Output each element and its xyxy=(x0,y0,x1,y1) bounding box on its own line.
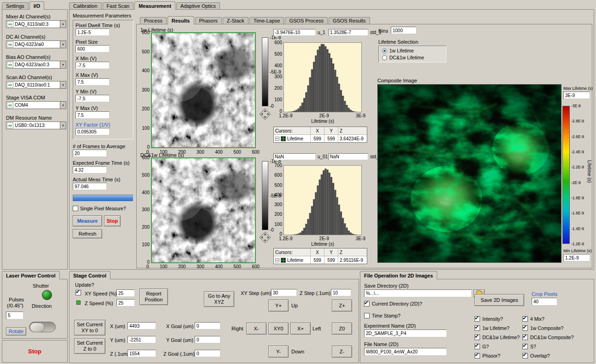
std1-value-box[interactable]: 1.3528E-7 xyxy=(329,29,368,36)
tree-expander-icon[interactable] xyxy=(275,258,279,262)
max-lifetime-input[interactable]: 3E-9 xyxy=(563,92,590,99)
save-option-checkbox[interactable] xyxy=(522,344,528,349)
tab-fast-scan[interactable]: Fast Scan xyxy=(103,2,134,9)
dropdown-arrow-icon[interactable]: ▼ xyxy=(60,81,66,88)
x-goal-input[interactable]: 0 xyxy=(195,322,220,329)
z-goal-input[interactable]: 0 xyxy=(195,350,220,357)
parameter-input[interactable]: 20 xyxy=(73,150,107,157)
pulses-input[interactable]: 5 xyxy=(6,312,23,319)
parameter-input[interactable]: 0.095305 xyxy=(75,128,110,135)
tab-io[interactable]: I/O xyxy=(29,1,45,10)
single-pixel-checkbox[interactable] xyxy=(73,206,78,211)
jog-z-plus-button[interactable]: Z+ xyxy=(332,300,352,312)
rotate-button[interactable]: Rotate xyxy=(6,327,26,335)
dropdown-arrow-icon[interactable]: ▼ xyxy=(60,21,66,28)
lifetime-image-dc1w[interactable] xyxy=(151,157,256,263)
jog-x-plus-button[interactable]: X+ xyxy=(290,323,311,335)
cursor-x-value[interactable]: 599 xyxy=(311,135,324,142)
tree-expander-icon[interactable] xyxy=(275,137,279,141)
tab-gsos-results[interactable]: GSOS Results xyxy=(329,17,370,24)
jog-x-minus-button[interactable]: X- xyxy=(246,323,266,335)
cursor-y-value[interactable]: 599 xyxy=(324,256,338,264)
jog-y-plus-button[interactable]: Y+ xyxy=(268,300,289,312)
dropdown-arrow-icon[interactable]: ▼ xyxy=(60,41,66,48)
current-directory-checkbox[interactable] xyxy=(364,301,370,306)
cursor-z-value[interactable]: 3.64234E-9 xyxy=(338,135,367,142)
refresh-button[interactable]: Refresh xyxy=(73,229,102,238)
tab-z-stack[interactable]: Z-Stack xyxy=(223,17,249,24)
xy-step-input[interactable]: 30 xyxy=(271,289,297,296)
experiment-name-input[interactable]: 2D_SAMPLE_3_P4 xyxy=(364,329,447,337)
tab-settings[interactable]: Settings xyxy=(2,2,29,9)
parameter-input[interactable]: 4.32 xyxy=(73,166,107,173)
set-current-xy-button[interactable]: Set Current XY to 0 xyxy=(74,320,105,335)
save-2d-images-button[interactable]: Save 2D Images xyxy=(474,294,524,306)
tab-adaptive-optics[interactable]: Adaptive Optics xyxy=(176,2,220,9)
tab-measurement[interactable]: Measurement xyxy=(134,1,175,10)
tab-laser-power-control[interactable]: Laser Power Control xyxy=(2,271,60,279)
measure-stop-button[interactable]: Stop xyxy=(104,215,121,226)
tab-calibration[interactable]: Calibration xyxy=(69,2,102,9)
channel-dropdown[interactable]: I/O DAQ-6323/ai0 ▼ xyxy=(6,40,66,48)
channel-dropdown[interactable]: I/O COM4 ▼ xyxy=(6,101,66,109)
tab-time-lapse[interactable]: Time-Lapse xyxy=(249,17,284,24)
channel-dropdown[interactable]: I/O DAQ-6323/ao0:3 ▼ xyxy=(6,61,66,69)
update-checkbox[interactable] xyxy=(75,290,81,295)
channel-dropdown[interactable]: I/O DAQ_6110/ao0:1 ▼ xyxy=(6,81,66,89)
save-option-checkbox[interactable] xyxy=(474,353,480,358)
tab-process[interactable]: Process xyxy=(140,17,167,24)
u1-value-box[interactable]: -3.9476E-10 xyxy=(273,29,316,36)
save-option-checkbox[interactable] xyxy=(474,316,480,322)
radio-button[interactable] xyxy=(382,55,387,60)
goto-any-xyz-button[interactable]: Go to Any XYZ xyxy=(204,291,234,307)
radio-option[interactable]: DC&1w Lifetime xyxy=(382,55,443,60)
cursor-y-value[interactable]: 599 xyxy=(324,135,338,142)
z-speed-input[interactable]: 25 xyxy=(116,299,135,306)
file-name-input[interactable]: W800_P100_4mW_Ax20 xyxy=(364,348,447,356)
cursor-x-value[interactable]: 599 xyxy=(311,256,324,264)
parameter-input[interactable]: 1.2E-5 xyxy=(75,29,110,36)
y-position-input[interactable]: -2251 xyxy=(127,336,156,343)
lifetime-histogram-1w[interactable] xyxy=(284,42,362,112)
save-option-checkbox[interactable] xyxy=(522,353,528,358)
jog-z0-button[interactable]: Z0 xyxy=(332,323,352,335)
save-option-checkbox[interactable] xyxy=(522,316,528,322)
y-goal-input[interactable]: 0 xyxy=(195,336,220,343)
x-position-input[interactable]: 4493 xyxy=(127,322,156,329)
parameter-input[interactable]: 7.5 xyxy=(75,111,110,119)
channel-dropdown[interactable]: I/O USB0::0x1313: ▼ xyxy=(6,121,66,129)
crop-pixels-input[interactable]: 40 xyxy=(532,298,557,306)
min-lifetime-input[interactable]: 1.2E-9 xyxy=(563,254,590,261)
radio-option[interactable]: 1w Lifetime xyxy=(382,48,443,53)
tab-phasors[interactable]: Phasors xyxy=(195,17,222,24)
dropdown-arrow-icon[interactable]: ▼ xyxy=(60,102,66,109)
save-option-checkbox[interactable] xyxy=(474,325,480,331)
time-stamp-checkbox[interactable] xyxy=(364,313,370,318)
save-directory-input[interactable]: %...\... xyxy=(364,289,472,297)
parameter-input[interactable]: 7.5 xyxy=(75,78,110,86)
dropdown-arrow-icon[interactable]: ▼ xyxy=(60,122,66,129)
measure-button[interactable]: Measure xyxy=(73,215,102,226)
cursor-z-value[interactable]: 2.95116E-9 xyxy=(338,256,367,264)
channel-dropdown[interactable]: I/O DAQ_6110/ai0:3 ▼ xyxy=(6,20,66,28)
jog-z-minus-button[interactable]: Z- xyxy=(332,346,352,358)
tab-file-operation[interactable]: File Operation for 2D Images xyxy=(360,271,437,279)
radio-button[interactable] xyxy=(382,48,387,53)
z-position-input[interactable]: 1554 xyxy=(127,350,156,357)
jog-xy0-button[interactable]: XY0 xyxy=(268,323,289,335)
tab-results[interactable]: Results xyxy=(168,16,194,24)
jog-y-minus-button[interactable]: Y- xyxy=(268,346,289,358)
tab-gsos-process[interactable]: GSOS Process xyxy=(285,17,328,24)
save-option-checkbox[interactable] xyxy=(474,335,480,340)
lifetime-histogram-dc1w[interactable] xyxy=(284,165,362,235)
u01-value-box[interactable]: NaN xyxy=(273,153,316,160)
lifetime-image-1w[interactable] xyxy=(151,32,256,148)
composite-image[interactable] xyxy=(377,84,561,263)
bins-input[interactable]: 1000 xyxy=(391,27,417,34)
tab-stage-control[interactable]: Stage Control xyxy=(69,271,110,279)
parameter-input[interactable]: 97.046 xyxy=(73,183,107,190)
direction-toggle[interactable] xyxy=(29,322,56,332)
save-option-checkbox[interactable] xyxy=(522,335,528,340)
set-current-z-button[interactable]: Set Current Z to 0 xyxy=(74,338,105,354)
z-step-input[interactable]: 10 xyxy=(331,289,351,296)
